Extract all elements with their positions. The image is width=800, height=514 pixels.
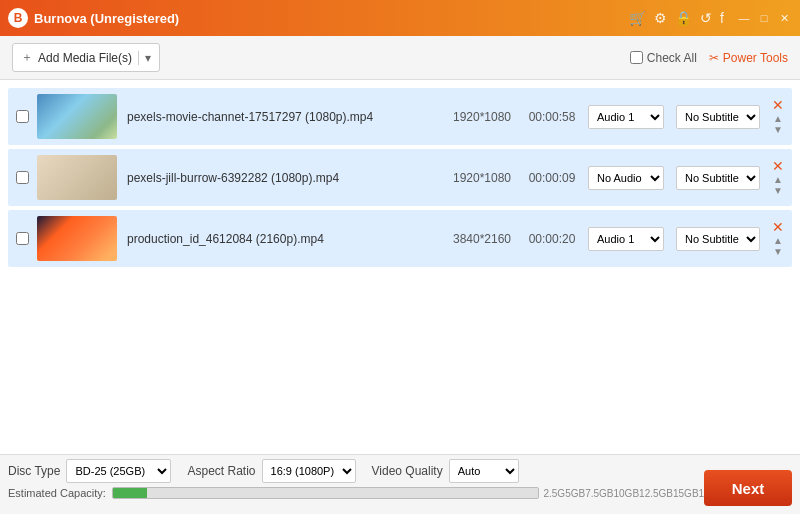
file-audio-3[interactable]: Audio 1No AudioAudio 2 xyxy=(588,227,664,251)
check-all-checkbox[interactable] xyxy=(630,51,643,64)
file-duration-1: 00:00:58 xyxy=(522,110,582,124)
subtitle-select-3[interactable]: No SubtitleSubtitle 1 xyxy=(676,227,760,251)
file-name-3: production_id_4612084 (2160p).mp4 xyxy=(127,232,442,246)
capacity-tick: 2.5G xyxy=(543,488,565,499)
move-up-button-2[interactable]: ▲ xyxy=(773,175,783,185)
capacity-track xyxy=(112,487,540,499)
power-tools-button[interactable]: ✂ Power Tools xyxy=(709,51,788,65)
file-resolution-3: 3840*2160 xyxy=(442,232,522,246)
add-media-label: Add Media File(s) xyxy=(38,51,132,65)
audio-select-1[interactable]: Audio 1No AudioAudio 2 xyxy=(588,105,664,129)
next-button[interactable]: Next xyxy=(704,470,792,506)
audio-select-2[interactable]: Audio 1No AudioAudio 2 xyxy=(588,166,664,190)
audio-select-3[interactable]: Audio 1No AudioAudio 2 xyxy=(588,227,664,251)
file-audio-1[interactable]: Audio 1No AudioAudio 2 xyxy=(588,105,664,129)
file-actions-2: ✕ ▲ ▼ xyxy=(772,159,784,196)
file-audio-2[interactable]: Audio 1No AudioAudio 2 xyxy=(588,166,664,190)
disc-type-label: Disc Type xyxy=(8,464,60,478)
window-controls: — □ ✕ xyxy=(736,10,792,26)
move-down-button-2[interactable]: ▼ xyxy=(773,186,783,196)
title-bar: B Burnova (Unregistered) 🛒 ⚙ 🔒 ↺ f — □ ✕ xyxy=(0,0,800,36)
file-arrows-3: ▲ ▼ xyxy=(773,236,783,257)
table-row: pexels-movie-channet-17517297 (1080p).mp… xyxy=(8,88,792,145)
capacity-bar-area: Estimated Capacity: 2.5G5GB7.5GB10GB12.5… xyxy=(8,487,792,499)
file-thumbnail-3 xyxy=(37,216,117,261)
file-checkbox-3[interactable] xyxy=(16,232,29,245)
file-actions-3: ✕ ▲ ▼ xyxy=(772,220,784,257)
disc-type-field: Disc Type BD-25 (25GB)BD-50 (50GB)DVD-5 … xyxy=(8,459,171,483)
file-resolution-2: 1920*1080 xyxy=(442,171,522,185)
capacity-tick: 7.5GB xyxy=(585,488,613,499)
bottom-controls: Disc Type BD-25 (25GB)BD-50 (50GB)DVD-5 … xyxy=(8,459,792,483)
cart-icon[interactable]: 🛒 xyxy=(629,10,646,26)
table-row: pexels-jill-burrow-6392282 (1080p).mp4 1… xyxy=(8,149,792,206)
video-quality-select[interactable]: AutoHighMediumLow xyxy=(449,459,519,483)
top-toolbar: ＋ Add Media File(s) ▾ Check All ✂ Power … xyxy=(0,36,800,80)
file-duration-3: 00:00:20 xyxy=(522,232,582,246)
video-quality-label: Video Quality xyxy=(372,464,443,478)
titlebar-toolbar-icons: 🛒 ⚙ 🔒 ↺ f xyxy=(629,10,724,26)
move-up-button-3[interactable]: ▲ xyxy=(773,236,783,246)
aspect-ratio-select[interactable]: 16:9 (1080P)4:3Auto xyxy=(262,459,356,483)
file-arrows-1: ▲ ▼ xyxy=(773,114,783,135)
app-title: Burnova (Unregistered) xyxy=(34,11,629,26)
capacity-tick: 5GB xyxy=(565,488,585,499)
move-down-button-1[interactable]: ▼ xyxy=(773,125,783,135)
check-all-text: Check All xyxy=(647,51,697,65)
disc-type-select[interactable]: BD-25 (25GB)BD-50 (50GB)DVD-5 (4.7GB) xyxy=(66,459,171,483)
main-content: ＋ Add Media File(s) ▾ Check All ✂ Power … xyxy=(0,36,800,454)
file-thumbnail-2 xyxy=(37,155,117,200)
table-row: production_id_4612084 (2160p).mp4 3840*2… xyxy=(8,210,792,267)
file-name-1: pexels-movie-channet-17517297 (1080p).mp… xyxy=(127,110,442,124)
minimize-button[interactable]: — xyxy=(736,10,752,26)
subtitle-select-1[interactable]: No SubtitleSubtitle 1 xyxy=(676,105,760,129)
file-subtitle-2[interactable]: No SubtitleSubtitle 1 xyxy=(676,166,760,190)
aspect-ratio-field: Aspect Ratio 16:9 (1080P)4:3Auto xyxy=(187,459,355,483)
file-thumbnail-1 xyxy=(37,94,117,139)
app-logo: B xyxy=(8,8,28,28)
power-tools-label: Power Tools xyxy=(723,51,788,65)
capacity-row: 2.5G5GB7.5GB10GB12.5GB15GB17.5GB20GB22.5… xyxy=(112,487,792,499)
file-name-2: pexels-jill-burrow-6392282 (1080p).mp4 xyxy=(127,171,442,185)
file-checkbox-2[interactable] xyxy=(16,171,29,184)
add-icon: ＋ xyxy=(21,49,33,66)
delete-button-2[interactable]: ✕ xyxy=(772,159,784,173)
file-duration-2: 00:00:09 xyxy=(522,171,582,185)
subtitle-select-2[interactable]: No SubtitleSubtitle 1 xyxy=(676,166,760,190)
power-tools-icon: ✂ xyxy=(709,51,719,65)
move-up-button-1[interactable]: ▲ xyxy=(773,114,783,124)
file-subtitle-1[interactable]: No SubtitleSubtitle 1 xyxy=(676,105,760,129)
check-all-label[interactable]: Check All xyxy=(630,51,697,65)
capacity-tick: 12.5GB xyxy=(639,488,673,499)
file-list: pexels-movie-channet-17517297 (1080p).mp… xyxy=(0,80,800,454)
file-resolution-1: 1920*1080 xyxy=(442,110,522,124)
close-button[interactable]: ✕ xyxy=(776,10,792,26)
file-actions-1: ✕ ▲ ▼ xyxy=(772,98,784,135)
add-media-dropdown-arrow[interactable]: ▾ xyxy=(138,51,151,65)
add-media-button[interactable]: ＋ Add Media File(s) ▾ xyxy=(12,43,160,72)
refresh-icon[interactable]: ↺ xyxy=(700,10,712,26)
facebook-icon[interactable]: f xyxy=(720,10,724,26)
delete-button-1[interactable]: ✕ xyxy=(772,98,784,112)
settings-icon[interactable]: ⚙ xyxy=(654,10,667,26)
video-quality-field: Video Quality AutoHighMediumLow xyxy=(372,459,519,483)
file-checkbox-1[interactable] xyxy=(16,110,29,123)
delete-button-3[interactable]: ✕ xyxy=(772,220,784,234)
capacity-tick: 10GB xyxy=(614,488,640,499)
file-subtitle-3[interactable]: No SubtitleSubtitle 1 xyxy=(676,227,760,251)
maximize-button[interactable]: □ xyxy=(756,10,772,26)
capacity-tick: 15GB xyxy=(673,488,699,499)
estimated-capacity-label: Estimated Capacity: xyxy=(8,487,106,499)
bottom-bar: Disc Type BD-25 (25GB)BD-50 (50GB)DVD-5 … xyxy=(0,454,800,514)
file-arrows-2: ▲ ▼ xyxy=(773,175,783,196)
capacity-fill xyxy=(113,488,147,498)
move-down-button-3[interactable]: ▼ xyxy=(773,247,783,257)
lock-icon[interactable]: 🔒 xyxy=(675,10,692,26)
aspect-ratio-label: Aspect Ratio xyxy=(187,464,255,478)
right-toolbar: Check All ✂ Power Tools xyxy=(630,51,788,65)
